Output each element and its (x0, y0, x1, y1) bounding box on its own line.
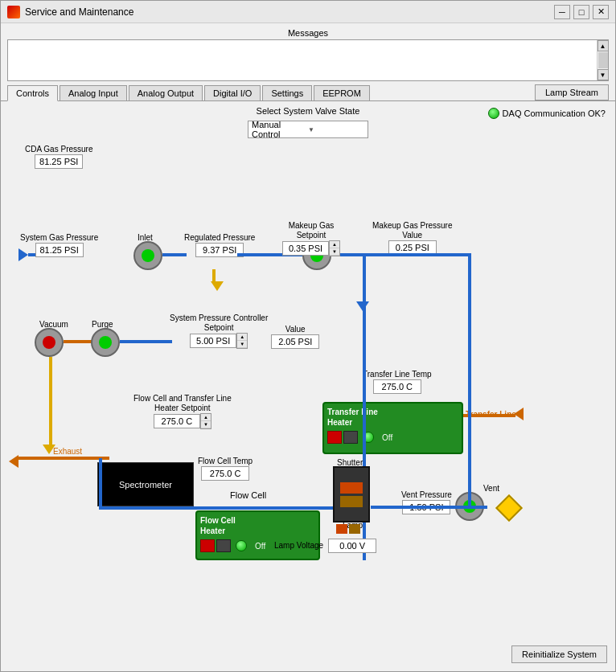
sys-gas-group: System Gas Pressure 81.25 PSI (20, 233, 98, 257)
arrow-transfer-line (514, 408, 524, 420)
flow-cell-heater-setpoint-spinbtns[interactable]: ▲ ▼ (200, 413, 211, 429)
spin-up[interactable]: ▲ (201, 414, 211, 421)
window-title: Service and Maintenance (25, 6, 554, 18)
app-icon (7, 6, 20, 18)
seg-dark-2 (216, 539, 231, 552)
transfer-line-heater-label: Transfer LineHeater (327, 408, 378, 427)
window-controls: ─ □ ✕ (554, 5, 609, 19)
main-content: Select System Valve State Manual Control… (1, 101, 615, 671)
pipe-vent (455, 506, 487, 509)
lamp-voltage-label: Lamp Voltage (274, 541, 323, 551)
cda-label: CDA Gas Pressure (25, 145, 92, 154)
sys-pressure-value[interactable]: 2.05 PSI (271, 334, 319, 349)
transfer-line-temp-group: Transfer Line Temp 275.0 C (363, 370, 432, 394)
close-button[interactable]: ✕ (593, 5, 609, 19)
makeup-gas-value-group: Makeup Gas PressureValue 0.25 PSI (372, 221, 453, 255)
spin-down[interactable]: ▼ (237, 341, 247, 348)
valve-state-value: Manual Control (252, 120, 308, 139)
cda-value[interactable]: 81.25 PSI (35, 154, 83, 169)
daq-status: DAQ Communication OK? (488, 108, 606, 119)
lamp-voltage-value[interactable]: 0.00 V (328, 539, 376, 553)
makeup-gas-setpoint-label: Makeup GasSetpoint (289, 221, 335, 240)
transfer-line-temp-value[interactable]: 275.0 C (373, 379, 421, 394)
restore-button[interactable]: □ (573, 5, 589, 19)
tab-controls[interactable]: Controls (7, 85, 58, 101)
sys-pressure-value-group: Value 2.05 PSI (271, 325, 319, 349)
flow-cell-heater-setpoint-group: Flow Cell and Transfer LineHeater Setpoi… (133, 394, 232, 429)
valve-inlet[interactable] (133, 241, 162, 270)
lamp-shutter-box (333, 466, 370, 522)
tab-settings[interactable]: Settings (262, 85, 312, 100)
pipe-to-vent (371, 506, 458, 509)
scroll-up[interactable]: ▲ (598, 40, 609, 51)
vacuum-label: Vacuum (39, 320, 68, 329)
exhaust-arrow (9, 455, 18, 468)
tabs-row: Controls Analog Input Analog Output Digi… (1, 84, 615, 101)
scroll-down[interactable]: ▼ (598, 69, 609, 80)
flow-cell-heater-setpoint-spin[interactable]: 275.0 C ▲ ▼ (154, 413, 211, 429)
lamp-stream-button[interactable]: Lamp Stream (535, 84, 609, 100)
seg-red-1 (327, 431, 342, 444)
tab-analog-output[interactable]: Analog Output (129, 85, 203, 100)
select-arrow-icon: ▼ (308, 126, 364, 133)
pipe-after-inlet (162, 253, 187, 256)
sys-pressure-setpoint-spinbtns[interactable]: ▲ ▼ (236, 333, 248, 349)
sys-pressure-setpoint-group: System Pressure ControllerSetpoint 5.00 … (170, 313, 268, 349)
pipe-v-right (468, 253, 471, 313)
makeup-gas-value-label: Makeup Gas PressureValue (372, 221, 453, 240)
makeup-gas-setpoint-input[interactable]: 0.35 PSI (282, 241, 329, 256)
daq-label: DAQ Communication OK? (503, 109, 606, 118)
flow-cell-heater-status: Off (255, 542, 265, 551)
valve-vacuum[interactable] (35, 328, 64, 357)
pipe-exhaust (18, 457, 109, 460)
spin-down[interactable]: ▼ (201, 421, 211, 428)
messages-section: Messages ▲ ▼ (7, 28, 609, 81)
exhaust-label: Exhaust (53, 447, 82, 456)
diagram: CDA Gas Pressure 81.25 PSI System Gas Pr… (9, 145, 604, 611)
title-bar: Service and Maintenance ─ □ ✕ (1, 1, 615, 23)
flow-cell-temp-group: Flow Cell Temp 275.0 C (198, 457, 253, 481)
makeup-gas-setpoint-spin[interactable]: 0.35 PSI ▲ ▼ (282, 240, 340, 256)
minimize-button[interactable]: ─ (554, 5, 570, 19)
lamp-voltage-group: Lamp Voltage 0.00 V (274, 539, 376, 553)
pipe-v-yellow-left (49, 357, 52, 449)
reinitialize-system-button[interactable]: Reinitialize System (511, 645, 607, 663)
transfer-line-heater-box: Transfer LineHeater Off (322, 402, 463, 454)
vent-pressure-label: Vent Pressure (401, 490, 452, 500)
spin-up[interactable]: ▲ (330, 241, 339, 248)
valve-purge[interactable] (91, 328, 120, 357)
tab-analog-input[interactable]: Analog Input (60, 85, 127, 100)
sys-gas-label: System Gas Pressure (20, 233, 98, 243)
tab-eeprom[interactable]: EEPROM (314, 85, 370, 100)
valve-purge-indicator (99, 336, 112, 349)
tab-digital-io[interactable]: Digital I/O (204, 85, 261, 100)
spectrometer-label: Spectrometer (119, 480, 172, 490)
pipe-spec-flow (99, 506, 195, 510)
pipe-h-right-top (363, 253, 471, 256)
messages-scrollbar[interactable]: ▲ ▼ (597, 40, 608, 80)
makeup-gas-setpoint-spinbtns[interactable]: ▲ ▼ (329, 240, 340, 256)
vent-pressure-group: Vent Pressure 1.50 PSI (401, 490, 452, 514)
shutter-segment-1 (340, 482, 363, 494)
vent-label: Vent (483, 484, 499, 493)
sys-gas-value[interactable]: 81.25 PSI (35, 243, 84, 257)
messages-label: Messages (7, 28, 609, 38)
valve-vacuum-indicator (43, 336, 55, 349)
sys-pressure-setpoint-spin[interactable]: 5.00 PSI ▲ ▼ (190, 333, 248, 349)
makeup-gas-setpoint-group: Makeup GasSetpoint 0.35 PSI ▲ ▼ (282, 221, 340, 256)
pipe-vacuum-purge (64, 340, 92, 343)
valve-state-select[interactable]: Manual Control ▼ (248, 121, 368, 138)
transfer-line-temp-label: Transfer Line Temp (363, 370, 432, 379)
messages-box: ▲ ▼ (7, 39, 609, 81)
pipe-v-spec (99, 458, 102, 510)
vent-symbol (495, 494, 523, 522)
spin-up[interactable]: ▲ (237, 334, 247, 341)
flow-cell-heater-setpoint-input[interactable]: 275.0 C (154, 414, 200, 428)
flow-cell-temp-value[interactable]: 275.0 C (201, 466, 249, 481)
seg-red-2 (200, 539, 215, 552)
sys-pressure-setpoint-input[interactable]: 5.00 PSI (190, 334, 236, 348)
spin-down[interactable]: ▼ (330, 248, 339, 256)
scroll-thumb[interactable] (598, 52, 608, 68)
shutter-segment-2 (340, 496, 363, 507)
daq-led (488, 108, 499, 119)
